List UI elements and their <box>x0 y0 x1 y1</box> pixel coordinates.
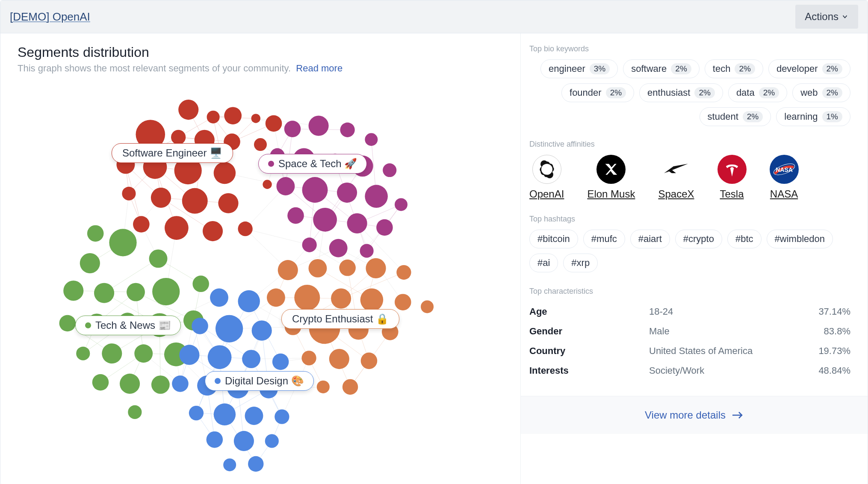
graph-node[interactable] <box>294 285 320 310</box>
graph-node[interactable] <box>192 318 208 334</box>
graph-node[interactable] <box>63 280 83 301</box>
graph-node[interactable] <box>272 354 289 370</box>
graph-node[interactable] <box>242 350 260 368</box>
affinity-item[interactable]: SpaceX <box>658 155 694 200</box>
graph-node[interactable] <box>365 185 388 208</box>
graph-node[interactable] <box>210 289 228 307</box>
graph-node[interactable] <box>309 116 329 136</box>
graph-node[interactable] <box>76 347 90 360</box>
actions-button[interactable]: Actions <box>795 5 858 29</box>
graph-node[interactable] <box>218 193 238 213</box>
graph-node[interactable] <box>278 260 298 280</box>
graph-node[interactable] <box>263 180 272 189</box>
hashtag-chip[interactable]: #mufc <box>583 230 625 248</box>
graph-node[interactable] <box>360 244 374 258</box>
affinity-item[interactable]: NASANASA <box>770 155 799 200</box>
graph-node[interactable] <box>421 300 434 313</box>
hashtag-chip[interactable]: #crypto <box>675 230 722 248</box>
bio-keyword-chip[interactable]: web2% <box>792 83 850 102</box>
graph-node[interactable] <box>301 351 316 365</box>
graph-node[interactable] <box>376 219 393 236</box>
graph-node[interactable] <box>149 249 168 268</box>
bio-keyword-chip[interactable]: engineer3% <box>540 59 618 78</box>
read-more-link[interactable]: Read more <box>296 63 342 74</box>
project-title-link[interactable]: [DEMO] OpenAI <box>10 10 90 24</box>
graph-node[interactable] <box>383 163 396 177</box>
graph-node[interactable] <box>275 409 289 424</box>
graph-node[interactable] <box>347 213 367 233</box>
graph-node[interactable] <box>216 315 243 342</box>
graph-node[interactable] <box>265 434 279 448</box>
graph-node[interactable] <box>87 225 104 242</box>
graph-node[interactable] <box>317 381 330 393</box>
graph-node[interactable] <box>251 114 260 123</box>
graph-node[interactable] <box>395 198 407 211</box>
graph-node[interactable] <box>395 294 411 310</box>
graph-node[interactable] <box>94 283 114 303</box>
hashtag-chip[interactable]: #wimbledon <box>767 230 833 248</box>
graph-node[interactable] <box>302 238 317 252</box>
graph-node[interactable] <box>245 407 263 425</box>
graph-node[interactable] <box>238 290 260 312</box>
graph-node[interactable] <box>127 283 145 301</box>
bio-keyword-chip[interactable]: student2% <box>700 107 771 126</box>
graph-node[interactable] <box>234 431 254 451</box>
graph-node[interactable] <box>109 229 136 256</box>
graph-node[interactable] <box>120 374 140 394</box>
bio-keyword-chip[interactable]: developer2% <box>768 59 850 78</box>
graph-node[interactable] <box>151 188 171 208</box>
view-more-button[interactable]: View more details <box>521 396 868 434</box>
graph-node[interactable] <box>214 162 236 184</box>
graph-node[interactable] <box>329 239 348 257</box>
graph-node[interactable] <box>360 289 384 312</box>
cluster-digital-design[interactable]: Digital Design 🎨 <box>205 371 314 391</box>
graph-node[interactable] <box>102 343 122 363</box>
cluster-space-tech[interactable]: Space & Tech 🚀 <box>258 154 367 174</box>
cluster-software-engineer[interactable]: Software Engineer 🖥️ <box>112 143 233 163</box>
bio-keyword-chip[interactable]: software2% <box>623 59 700 78</box>
graph-node[interactable] <box>133 216 150 233</box>
graph-node[interactable] <box>203 221 223 241</box>
graph-node[interactable] <box>238 221 252 236</box>
hashtag-chip[interactable]: #ai <box>529 254 558 272</box>
graph-node[interactable] <box>287 207 304 224</box>
graph-node[interactable] <box>224 107 242 124</box>
cluster-crypto[interactable]: Crypto Enthusiast 🔒 <box>281 309 399 329</box>
graph-node[interactable] <box>223 458 236 471</box>
graph-node[interactable] <box>208 345 232 369</box>
graph-node[interactable] <box>178 100 198 120</box>
graph-node[interactable] <box>337 183 357 203</box>
graph-node[interactable] <box>179 345 199 365</box>
graph-node[interactable] <box>340 123 354 137</box>
graph-node[interactable] <box>207 431 223 448</box>
graph-node[interactable] <box>396 265 411 280</box>
graph-node[interactable] <box>361 353 378 369</box>
graph-node[interactable] <box>152 278 180 305</box>
graph-node[interactable] <box>92 374 109 391</box>
bio-keyword-chip[interactable]: data2% <box>728 83 787 102</box>
bio-keyword-chip[interactable]: founder2% <box>561 83 634 102</box>
graph-node[interactable] <box>165 216 189 240</box>
bio-keyword-chip[interactable]: tech2% <box>705 59 763 78</box>
graph-node[interactable] <box>277 177 295 195</box>
affinity-item[interactable]: OpenAI <box>529 155 564 200</box>
graph-node[interactable] <box>284 121 301 137</box>
graph-node[interactable] <box>207 111 220 124</box>
graph-node[interactable] <box>171 130 186 145</box>
graph-node[interactable] <box>172 375 189 392</box>
graph-node[interactable] <box>329 349 349 369</box>
graph-node[interactable] <box>342 379 358 395</box>
affinity-item[interactable]: Tesla <box>717 155 747 200</box>
graph-node[interactable] <box>214 404 236 425</box>
graph-node[interactable] <box>59 315 76 332</box>
hashtag-chip[interactable]: #aiart <box>630 230 670 248</box>
graph-node[interactable] <box>151 375 170 394</box>
graph-node[interactable] <box>182 188 208 214</box>
hashtag-chip[interactable]: #xrp <box>563 254 598 272</box>
graph-node[interactable] <box>302 177 328 203</box>
graph-node[interactable] <box>331 289 351 309</box>
graph-node[interactable] <box>266 115 282 132</box>
graph-node[interactable] <box>128 405 142 419</box>
segments-graph[interactable]: Software Engineer 🖥️ Space & Tech 🚀 Tech… <box>18 87 503 472</box>
bio-keyword-chip[interactable]: learning1% <box>776 107 850 126</box>
